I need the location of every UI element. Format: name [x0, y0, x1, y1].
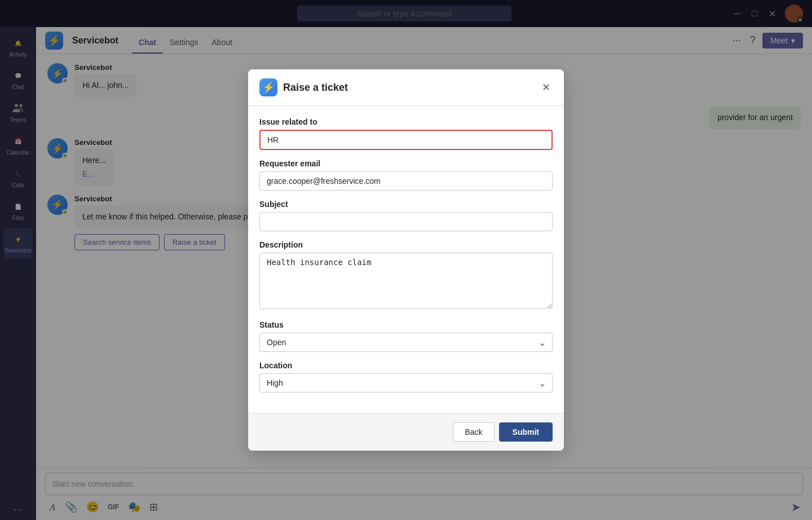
modal-overlay: ⚡ Raise a ticket ✕ Issue related to Requ… [0, 0, 812, 520]
modal-title: Raise a ticket [283, 82, 534, 94]
label-status: Status [259, 320, 553, 329]
input-subject[interactable] [259, 212, 553, 231]
modal-header: ⚡ Raise a ticket ✕ [248, 69, 564, 106]
raise-ticket-modal: ⚡ Raise a ticket ✕ Issue related to Requ… [248, 69, 564, 451]
modal-body: Issue related to Requester email Subject… [248, 106, 564, 413]
form-group-status: Status Open Pending Resolved Closed [259, 320, 553, 352]
input-issue-related-to[interactable] [259, 130, 553, 150]
label-location: Location [259, 361, 553, 370]
input-description[interactable]: Health insurance claim [259, 253, 553, 309]
label-requester-email: Requester email [259, 159, 553, 168]
label-subject: Subject [259, 200, 553, 209]
form-group-description: Description Health insurance claim [259, 240, 553, 311]
select-status[interactable]: Open Pending Resolved Closed [259, 333, 553, 352]
form-group-email: Requester email [259, 159, 553, 191]
label-description: Description [259, 240, 553, 249]
form-group-location: Location High Medium Low [259, 361, 553, 393]
select-wrapper-location: High Medium Low [259, 373, 553, 393]
input-requester-email[interactable] [259, 171, 553, 191]
back-button[interactable]: Back [453, 422, 494, 442]
form-group-subject: Subject [259, 200, 553, 231]
select-location[interactable]: High Medium Low [259, 373, 553, 393]
submit-button[interactable]: Submit [499, 422, 553, 442]
form-group-issue: Issue related to [259, 117, 553, 150]
select-wrapper-status: Open Pending Resolved Closed [259, 333, 553, 352]
modal-footer: Back Submit [248, 413, 564, 451]
label-issue-related-to: Issue related to [259, 117, 553, 126]
modal-logo: ⚡ [259, 78, 277, 96]
modal-close-button[interactable]: ✕ [540, 79, 553, 96]
